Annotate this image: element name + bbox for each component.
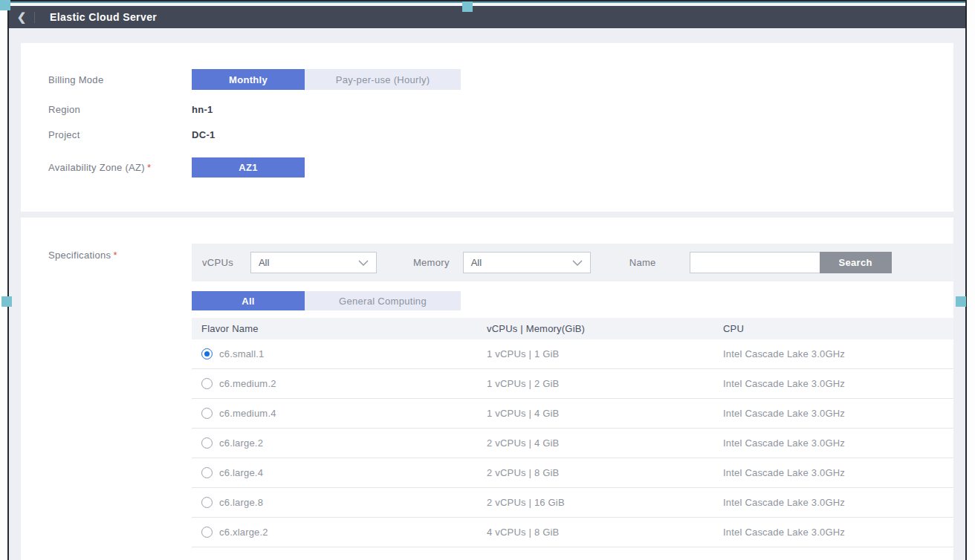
flavor-radio[interactable] <box>201 437 213 449</box>
memory-select-value: All <box>471 257 482 268</box>
selection-handle-top-left[interactable] <box>0 0 10 10</box>
flavor-radio[interactable] <box>201 408 213 419</box>
memory-select[interactable]: All <box>463 252 591 273</box>
selection-handle-top-center[interactable] <box>462 1 473 12</box>
flavor-table-row[interactable]: c6.large.8 2 vCPUs | 16 GiB Intel Cascad… <box>192 488 953 518</box>
flavor-table-body: c6.small.1 1 vCPUs | 1 GiB Intel Cascade… <box>192 339 953 547</box>
column-cpu: CPU <box>723 323 953 334</box>
flavor-radio[interactable] <box>201 527 213 538</box>
required-asterisk: * <box>147 162 151 173</box>
vcpus-filter-label: vCPUs <box>202 257 233 268</box>
back-button[interactable]: ❮ <box>9 7 34 27</box>
flavor-radio[interactable] <box>201 497 213 508</box>
specs-cell: 2 vCPUs | 4 GiB <box>487 437 723 449</box>
project-label: Project <box>48 129 192 140</box>
specs-cell: 1 vCPUs | 2 GiB <box>487 378 723 389</box>
flavor-name-cell: c6.xlarge.2 <box>219 527 268 538</box>
flavor-table-row[interactable]: c6.small.1 1 vCPUs | 1 GiB Intel Cascade… <box>192 339 953 369</box>
cpu-cell: Intel Cascade Lake 3.0GHz <box>723 527 953 538</box>
specifications-body: vCPUs All Memory All Name Search <box>192 244 953 547</box>
flavor-table: Flavor Name vCPUs | Memory(GiB) CPU c6.s… <box>192 318 953 547</box>
flavor-table-header: Flavor Name vCPUs | Memory(GiB) CPU <box>192 318 953 339</box>
availability-zone-label: Availability Zone (AZ)* <box>48 162 192 173</box>
flavor-radio[interactable] <box>201 378 213 389</box>
specs-cell: 1 vCPUs | 1 GiB <box>487 348 723 359</box>
flavor-table-row[interactable]: c6.xlarge.2 4 vCPUs | 8 GiB Intel Cascad… <box>192 518 953 547</box>
titlebar-divider <box>34 12 35 23</box>
specs-cell: 4 vCPUs | 8 GiB <box>487 527 723 538</box>
az1-button[interactable]: AZ1 <box>192 157 305 178</box>
vcpus-select[interactable]: All <box>250 252 377 273</box>
search-button[interactable]: Search <box>820 252 892 273</box>
billing-mode-row: Billing Mode Monthly Pay-per-use (Hourly… <box>21 69 953 90</box>
page-title: Elastic Cloud Server <box>50 11 157 23</box>
flavor-name-cell: c6.large.8 <box>219 497 263 508</box>
project-value: DC-1 <box>192 129 216 140</box>
flavor-table-row[interactable]: c6.medium.4 1 vCPUs | 4 GiB Intel Cascad… <box>192 399 953 429</box>
chevron-down-icon <box>572 260 583 266</box>
cpu-cell: Intel Cascade Lake 3.0GHz <box>723 378 953 389</box>
column-flavor-name: Flavor Name <box>192 323 487 334</box>
page-body: Billing Mode Monthly Pay-per-use (Hourly… <box>9 43 965 560</box>
cpu-cell: Intel Cascade Lake 3.0GHz <box>723 408 953 419</box>
specs-cell: 2 vCPUs | 16 GiB <box>487 497 723 508</box>
billing-mode-toggle: Monthly Pay-per-use (Hourly) <box>192 69 461 90</box>
billing-option-pay-per-use[interactable]: Pay-per-use (Hourly) <box>305 69 461 90</box>
flavor-table-row[interactable]: c6.large.2 2 vCPUs | 4 GiB Intel Cascade… <box>192 429 953 458</box>
tab-general-computing[interactable]: General Computing <box>305 291 461 310</box>
memory-filter-label: Memory <box>413 257 450 268</box>
tab-all[interactable]: All <box>192 291 305 310</box>
region-row: Region hn-1 <box>21 104 953 115</box>
project-row: Project DC-1 <box>21 129 953 140</box>
screenshot-frame: ❮ Elastic Cloud Server Billing Mode Mont… <box>7 0 967 560</box>
billing-option-monthly[interactable]: Monthly <box>192 69 305 90</box>
availability-zone-row: Availability Zone (AZ)* AZ1 <box>21 157 953 178</box>
specifications-card: Specifications* vCPUs All Memory All <box>21 218 953 560</box>
flavor-radio[interactable] <box>201 467 213 478</box>
flavor-name-cell: c6.large.2 <box>219 437 263 449</box>
region-value: hn-1 <box>192 104 213 115</box>
chevron-left-icon: ❮ <box>17 10 27 23</box>
titlebar: ❮ Elastic Cloud Server <box>9 6 965 28</box>
name-search-input[interactable] <box>690 252 820 273</box>
name-filter-label: Name <box>629 257 656 268</box>
specs-cell: 2 vCPUs | 8 GiB <box>487 467 723 478</box>
cpu-cell: Intel Cascade Lake 3.0GHz <box>723 497 953 508</box>
selection-handle-middle-left[interactable] <box>1 296 12 307</box>
cpu-cell: Intel Cascade Lake 3.0GHz <box>723 348 953 359</box>
flavor-name-cell: c6.medium.4 <box>219 408 276 419</box>
cpu-cell: Intel Cascade Lake 3.0GHz <box>723 467 953 478</box>
flavor-table-row[interactable]: c6.medium.2 1 vCPUs | 2 GiB Intel Cascad… <box>192 369 953 399</box>
flavor-radio[interactable] <box>201 348 213 359</box>
specifications-row: Specifications* vCPUs All Memory All <box>21 244 953 547</box>
cpu-cell: Intel Cascade Lake 3.0GHz <box>723 437 953 449</box>
vcpus-select-value: All <box>259 257 269 268</box>
flavor-table-row[interactable]: c6.large.4 2 vCPUs | 8 GiB Intel Cascade… <box>192 458 953 488</box>
specifications-label: Specifications* <box>48 244 192 261</box>
basic-settings-card: Billing Mode Monthly Pay-per-use (Hourly… <box>21 43 953 212</box>
flavor-filter-bar: vCPUs All Memory All Name Search <box>192 244 953 281</box>
selection-handle-middle-right[interactable] <box>956 296 966 307</box>
specs-cell: 1 vCPUs | 4 GiB <box>487 408 723 419</box>
region-label: Region <box>48 104 192 115</box>
billing-mode-label: Billing Mode <box>48 74 192 85</box>
required-asterisk: * <box>113 250 117 261</box>
flavor-category-tabs: All General Computing <box>192 291 953 310</box>
flavor-name-cell: c6.small.1 <box>219 348 265 359</box>
column-vcpus-memory: vCPUs | Memory(GiB) <box>487 323 723 334</box>
flavor-name-cell: c6.large.4 <box>219 467 263 478</box>
chevron-down-icon <box>358 260 369 266</box>
flavor-name-cell: c6.medium.2 <box>219 378 276 389</box>
